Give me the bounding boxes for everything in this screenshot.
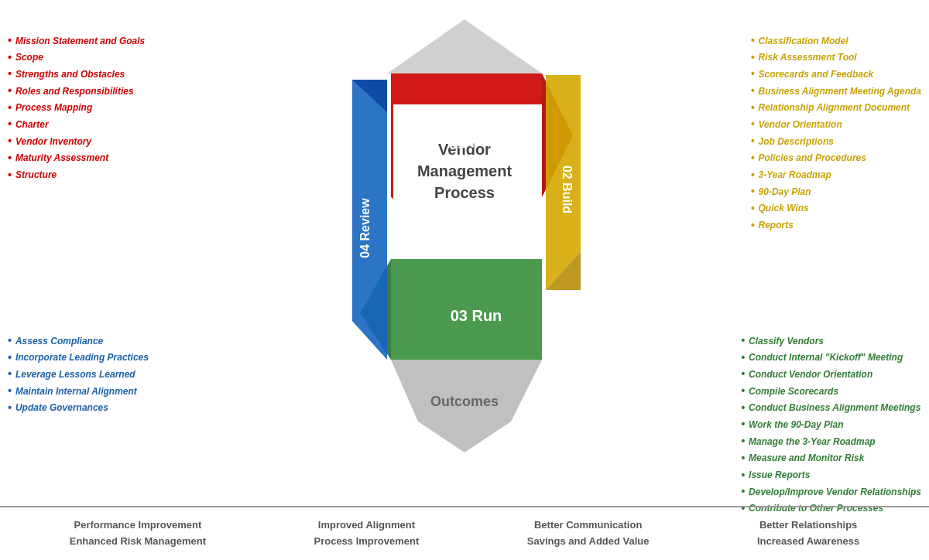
list-item: Process Mapping — [8, 100, 145, 117]
svg-marker-0 — [387, 19, 542, 73]
list-item: Quick Wins — [751, 200, 921, 217]
list-item: Policies and Procedures — [751, 150, 921, 167]
list-item: Scorecards and Feedback — [751, 66, 921, 83]
list-item: Compile Scorecards — [741, 383, 921, 400]
list-item: Vendor Inventory — [8, 133, 145, 150]
review-list: Assess ComplianceIncorporate Leading Pra… — [8, 333, 149, 416]
outcome-group: Better CommunicationSavings and Added Va… — [527, 517, 650, 550]
list-item: Work the 90-Day Plan — [741, 416, 921, 433]
list-item: Incorporate Leading Practices — [8, 350, 149, 367]
svg-text:Management: Management — [417, 162, 512, 179]
outcome-line1: Performance Improvement — [70, 517, 206, 534]
list-item: Relationship Alignment Document — [751, 100, 921, 117]
outcome-line1: Improved Alignment — [314, 517, 419, 534]
svg-text:Process: Process — [434, 184, 495, 201]
svg-text:04 Review: 04 Review — [358, 198, 372, 258]
list-item: Job Descriptions — [751, 133, 921, 150]
list-item: Charter — [8, 116, 145, 133]
outcome-line2: Increased Awareness — [757, 534, 859, 550]
list-item: Strengths and Obstacles — [8, 66, 145, 83]
outcome-line1: Better Communication — [527, 517, 650, 534]
list-item: Conduct Vendor Orientation — [741, 366, 921, 383]
list-item: Business Alignment Meeting Agenda — [751, 83, 921, 100]
list-item: Leverage Lessons Learned — [8, 366, 149, 383]
list-item: Scope — [8, 50, 145, 67]
list-item: Conduct Internal "Kickoff" Meeting — [741, 350, 921, 367]
list-item: Conduct Business Alignment Meetings — [741, 400, 921, 417]
list-item: Develop/Improve Vendor Relationships — [741, 483, 921, 500]
list-item: Reports — [751, 217, 921, 234]
outcome-group: Improved AlignmentProcess Improvement — [314, 517, 419, 550]
list-item: Roles and Responsibilities — [8, 83, 145, 100]
run-list: Classify VendorsConduct Internal "Kickof… — [741, 333, 921, 517]
list-item: Structure — [8, 167, 145, 184]
list-item: Maturity Assessment — [8, 150, 145, 167]
outcome-line2: Process Improvement — [314, 534, 419, 550]
list-item: Update Governances — [8, 400, 149, 417]
outcome-group: Better RelationshipsIncreased Awareness — [757, 517, 859, 550]
build-list: Classification ModelRisk Assessment Tool… — [751, 32, 921, 234]
plan-list: Mission Statement and GoalsScopeStrength… — [8, 32, 145, 183]
svg-text:03 Run: 03 Run — [451, 307, 502, 324]
list-item: Classification Model — [751, 32, 921, 50]
list-item: Risk Assessment Tool — [751, 50, 921, 67]
list-item: Manage the 3-Year Roadmap — [741, 433, 921, 450]
list-item: Classify Vendors — [741, 333, 921, 350]
list-item: Maintain Internal Alignment — [8, 383, 149, 400]
list-item: 90-Day Plan — [751, 183, 921, 200]
list-item: Assess Compliance — [8, 333, 149, 350]
list-item: Measure and Monitor Risk — [741, 450, 921, 467]
outcome-line1: Better Relationships — [757, 517, 859, 534]
svg-text:02 Build: 02 Build — [560, 166, 574, 213]
svg-text:Outcomes: Outcomes — [430, 394, 499, 409]
outcome-line2: Enhanced Risk Management — [70, 534, 206, 550]
list-item: 3-Year Roadmap — [751, 167, 921, 184]
outcome-group: Performance ImprovementEnhanced Risk Man… — [70, 517, 206, 550]
center-diagram: Vendor Management Process 01 Plan 02 Bui… — [341, 8, 588, 487]
outcomes-section: Performance ImprovementEnhanced Risk Man… — [0, 506, 929, 560]
list-item: Issue Reports — [741, 467, 921, 484]
list-item: Mission Statement and Goals — [8, 32, 145, 50]
list-item: Vendor Orientation — [751, 116, 921, 133]
outcome-line2: Savings and Added Value — [527, 534, 650, 550]
